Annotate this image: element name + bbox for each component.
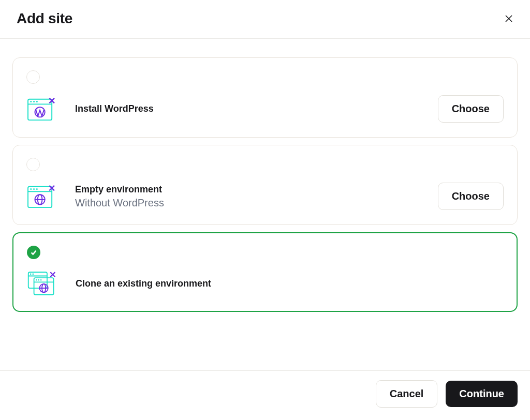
option-title: Clone an existing environment bbox=[76, 278, 211, 289]
dialog-header: Add site bbox=[0, 0, 530, 39]
option-clone-environment[interactable]: Clone an existing environment bbox=[12, 232, 518, 312]
close-icon bbox=[504, 14, 513, 23]
option-install-wordpress[interactable]: Install WordPress Choose bbox=[12, 57, 518, 138]
radio-unchecked-icon bbox=[26, 70, 40, 84]
choose-button[interactable]: Choose bbox=[438, 183, 504, 210]
dialog-footer: Cancel Continue bbox=[0, 370, 530, 420]
choose-button[interactable]: Choose bbox=[438, 95, 504, 123]
option-row: Install WordPress Choose bbox=[26, 95, 504, 123]
cancel-button[interactable]: Cancel bbox=[376, 380, 438, 408]
svg-point-4 bbox=[30, 101, 32, 102]
option-empty-environment[interactable]: Empty environment Without WordPress Choo… bbox=[12, 145, 518, 225]
svg-point-6 bbox=[36, 101, 38, 102]
dialog-title: Add site bbox=[17, 10, 72, 27]
svg-point-28 bbox=[40, 279, 42, 281]
svg-point-26 bbox=[36, 279, 37, 281]
svg-point-5 bbox=[33, 101, 35, 102]
option-text: Install WordPress bbox=[75, 103, 154, 114]
option-left: Install WordPress bbox=[26, 96, 154, 122]
options-list: Install WordPress Choose bbox=[0, 39, 530, 370]
svg-point-23 bbox=[33, 274, 34, 275]
option-left: Clone an existing environment bbox=[27, 271, 211, 296]
option-row: Empty environment Without WordPress Choo… bbox=[26, 183, 504, 210]
check-icon bbox=[30, 249, 37, 256]
option-row: Clone an existing environment bbox=[27, 271, 503, 296]
globe-browser-icon bbox=[26, 184, 56, 209]
svg-point-14 bbox=[36, 188, 38, 190]
option-title: Install WordPress bbox=[75, 103, 154, 114]
svg-point-12 bbox=[30, 188, 32, 190]
option-left: Empty environment Without WordPress bbox=[26, 184, 164, 209]
option-text: Clone an existing environment bbox=[76, 278, 211, 289]
svg-point-27 bbox=[38, 279, 39, 281]
wordpress-browser-icon bbox=[26, 96, 56, 122]
close-button[interactable] bbox=[502, 12, 516, 25]
radio-checked-icon bbox=[27, 246, 40, 259]
continue-button[interactable]: Continue bbox=[446, 381, 518, 407]
svg-point-13 bbox=[33, 188, 35, 190]
svg-point-22 bbox=[30, 274, 32, 275]
option-text: Empty environment Without WordPress bbox=[75, 184, 164, 209]
option-title: Empty environment bbox=[75, 184, 164, 195]
clone-browser-icon bbox=[27, 271, 57, 296]
radio-unchecked-icon bbox=[26, 158, 40, 171]
svg-rect-20 bbox=[28, 272, 47, 288]
option-subtitle: Without WordPress bbox=[75, 197, 164, 209]
